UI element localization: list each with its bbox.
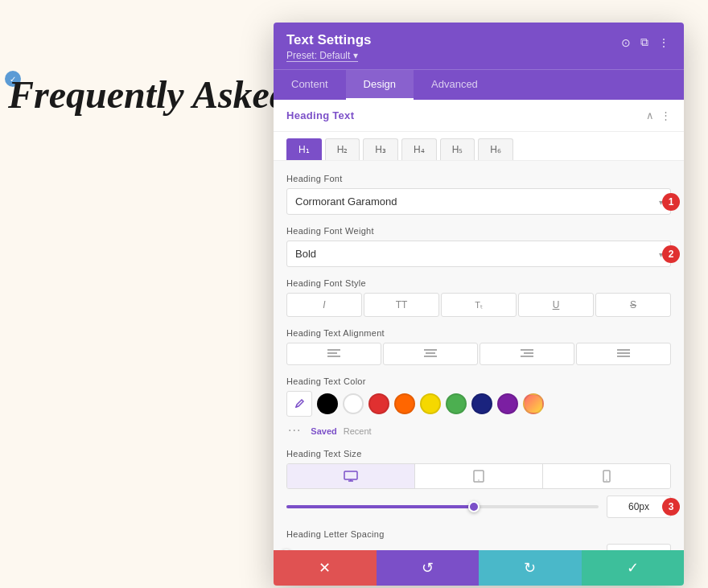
h-tab-2[interactable]: H₂ bbox=[325, 138, 360, 160]
heading-font-style-group: Heading Font Style I TT Tₜ U S bbox=[286, 278, 671, 317]
reset-button[interactable]: ↺ bbox=[377, 550, 480, 586]
h-tab-3[interactable]: H₃ bbox=[363, 138, 398, 160]
font-style-capitalize-btn[interactable]: Tₜ bbox=[441, 293, 517, 317]
panel-preset-label[interactable]: Preset: Default ▾ bbox=[286, 50, 358, 62]
letter-spacing-slider-row bbox=[286, 544, 671, 550]
svg-rect-4 bbox=[426, 352, 435, 354]
color-swatch-dark-blue[interactable] bbox=[471, 393, 492, 414]
color-saved-recent: Saved Recent bbox=[311, 426, 371, 436]
h-tab-4[interactable]: H₄ bbox=[401, 138, 437, 160]
svg-point-17 bbox=[606, 479, 607, 481]
panel-header: Text Settings Preset: Default ▾ ⊙ ⧉ ⋮ bbox=[274, 23, 684, 69]
section-collapse-icon[interactable]: ∧ bbox=[646, 109, 654, 121]
font-style-underline-btn[interactable]: U bbox=[518, 293, 594, 317]
svg-rect-9 bbox=[617, 349, 630, 351]
heading-text-alignment-group: Heading Text Alignment bbox=[286, 328, 671, 365]
heading-text-alignment-label: Heading Text Alignment bbox=[286, 328, 671, 338]
align-justify-btn[interactable] bbox=[576, 343, 671, 365]
color-swatch-white[interactable] bbox=[343, 393, 364, 414]
color-swatch-red[interactable] bbox=[368, 393, 389, 414]
color-recent-tab[interactable]: Recent bbox=[344, 426, 372, 436]
svg-rect-2 bbox=[327, 356, 340, 357]
panel-header-actions: ⊙ ⧉ ⋮ bbox=[620, 34, 671, 51]
svg-rect-10 bbox=[617, 352, 630, 354]
tab-content[interactable]: Content bbox=[274, 70, 346, 100]
color-swatch-purple[interactable] bbox=[497, 393, 518, 414]
align-center-btn[interactable] bbox=[383, 343, 478, 365]
color-saved-tab[interactable]: Saved bbox=[311, 426, 336, 436]
device-tab-mobile[interactable] bbox=[543, 464, 670, 488]
h-tab-1[interactable]: H₁ bbox=[286, 138, 322, 160]
heading-font-style-buttons: I TT Tₜ U S bbox=[286, 293, 671, 317]
tab-design[interactable]: Design bbox=[346, 70, 414, 100]
device-tab-desktop[interactable] bbox=[287, 464, 415, 488]
color-swatch-black[interactable] bbox=[317, 393, 338, 414]
heading-font-weight-field-wrapper: Bold Normal Light ▾ 2 bbox=[286, 241, 671, 267]
svg-rect-3 bbox=[424, 349, 437, 351]
redo-button[interactable]: ↻ bbox=[479, 550, 582, 586]
svg-rect-13 bbox=[344, 471, 357, 479]
panel-more-icon[interactable]: ⋮ bbox=[657, 35, 671, 51]
font-style-strikethrough-btn[interactable]: S bbox=[595, 293, 671, 317]
letter-spacing-input[interactable] bbox=[607, 544, 671, 550]
heading-font-select[interactable]: Cormorant Garamond bbox=[286, 188, 671, 215]
color-more-dots[interactable]: ··· bbox=[288, 423, 301, 438]
svg-rect-8 bbox=[521, 356, 533, 357]
h-tab-5[interactable]: H₅ bbox=[440, 138, 475, 160]
color-swatch-yellow[interactable] bbox=[420, 393, 441, 414]
heading-level-tabs: H₁ H₂ H₃ H₄ H₅ H₆ bbox=[274, 132, 684, 161]
save-button[interactable]: ✓ bbox=[582, 550, 685, 586]
section-more-icon[interactable]: ⋮ bbox=[661, 109, 671, 121]
text-size-slider-track[interactable] bbox=[286, 505, 599, 508]
heading-font-group: Heading Font Cormorant Garamond ▾ 1 bbox=[286, 174, 671, 215]
heading-letter-spacing-group: Heading Letter Spacing bbox=[286, 529, 671, 550]
align-left-btn[interactable] bbox=[286, 343, 381, 365]
text-size-slider-row: 3 bbox=[286, 495, 671, 518]
settings-content: Heading Font Cormorant Garamond ▾ 1 Head… bbox=[274, 161, 684, 550]
step-badge-1: 1 bbox=[662, 193, 680, 211]
heading-letter-spacing-label: Heading Letter Spacing bbox=[286, 529, 671, 539]
svg-rect-6 bbox=[521, 349, 533, 351]
heading-font-field-wrapper: Cormorant Garamond ▾ 1 bbox=[286, 188, 671, 215]
panel-subtitle: Preset: Default ▾ bbox=[286, 50, 371, 61]
text-size-input-wrapper: 3 bbox=[607, 495, 671, 518]
color-swatch-orange[interactable] bbox=[394, 393, 415, 414]
svg-rect-11 bbox=[617, 356, 630, 357]
align-right-btn[interactable] bbox=[480, 343, 574, 365]
text-size-slider-thumb[interactable] bbox=[468, 501, 480, 512]
heading-font-select-wrapper: Cormorant Garamond ▾ bbox=[286, 188, 671, 215]
color-swatch-gradient[interactable] bbox=[523, 393, 544, 414]
color-picker-swatches bbox=[286, 391, 671, 417]
section-title: Heading Text bbox=[286, 109, 354, 121]
h-tab-6[interactable]: H₆ bbox=[478, 138, 513, 160]
text-size-input[interactable] bbox=[607, 495, 671, 518]
panel-title: Text Settings bbox=[286, 32, 371, 48]
heading-font-weight-label: Heading Font Weight bbox=[286, 226, 671, 236]
color-swatch-green[interactable] bbox=[446, 393, 467, 414]
panel-target-icon[interactable]: ⊙ bbox=[620, 35, 632, 51]
heading-font-style-label: Heading Font Style bbox=[286, 278, 671, 288]
panel-body: Heading Text ∧ ⋮ H₁ H₂ H₃ H₄ H₅ H₆ Headi… bbox=[274, 100, 684, 550]
heading-text-color-group: Heading Text Color bbox=[286, 376, 671, 438]
tab-advanced[interactable]: Advanced bbox=[414, 70, 496, 100]
heading-alignment-buttons bbox=[286, 343, 671, 365]
color-eyedropper-btn[interactable] bbox=[286, 391, 312, 417]
panel-expand-icon[interactable]: ⧉ bbox=[639, 34, 650, 51]
device-tab-tablet[interactable] bbox=[415, 464, 543, 488]
font-style-uppercase-btn[interactable]: TT bbox=[364, 293, 439, 317]
step-badge-3: 3 bbox=[662, 498, 680, 516]
heading-text-color-label: Heading Text Color bbox=[286, 376, 671, 386]
svg-point-12 bbox=[296, 406, 298, 408]
font-style-italic-btn[interactable]: I bbox=[286, 293, 362, 317]
panel-tabs: Content Design Advanced bbox=[274, 69, 684, 100]
heading-font-weight-select[interactable]: Bold Normal Light bbox=[286, 241, 671, 267]
heading-text-size-group: Heading Text Size bbox=[286, 449, 671, 518]
cancel-button[interactable]: ✕ bbox=[274, 550, 377, 586]
device-tabs bbox=[286, 463, 671, 489]
heading-font-weight-group: Heading Font Weight Bold Normal Light ▾ … bbox=[286, 226, 671, 267]
panel-footer: ✕ ↺ ↻ ✓ bbox=[274, 550, 684, 586]
text-settings-panel: Text Settings Preset: Default ▾ ⊙ ⧉ ⋮ Co… bbox=[274, 23, 684, 586]
svg-rect-0 bbox=[327, 349, 340, 351]
heading-text-size-label: Heading Text Size bbox=[286, 449, 671, 458]
section-actions: ∧ ⋮ bbox=[646, 109, 671, 121]
